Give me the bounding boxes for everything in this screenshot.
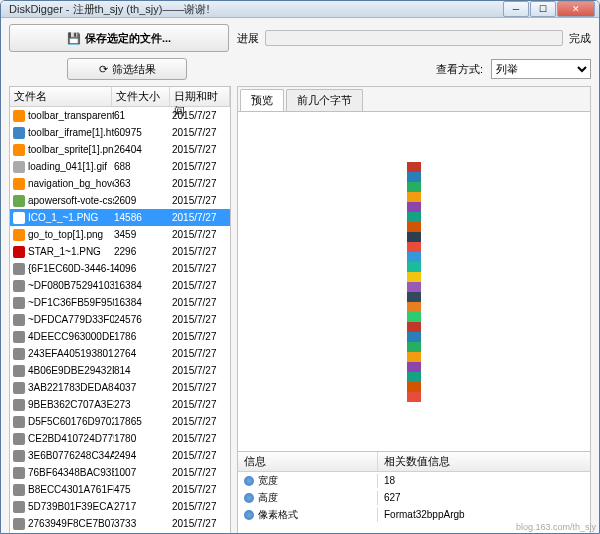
- file-size: 814: [114, 365, 172, 376]
- file-size: 17865: [114, 416, 172, 427]
- file-date: 2015/7/27: [172, 161, 230, 172]
- file-icon: [12, 262, 26, 276]
- file-size: 2494: [114, 450, 172, 461]
- filter-results-button[interactable]: ⟳ 筛选结果: [67, 58, 187, 80]
- table-row[interactable]: toolbar_iframe[1].htm609752015/7/27: [10, 124, 230, 141]
- table-row[interactable]: 243EFA405193801F10...27642015/7/27: [10, 345, 230, 362]
- file-icon: [12, 211, 26, 225]
- progress-bar: [265, 30, 563, 46]
- table-row[interactable]: loading_041[1].gif6882015/7/27: [10, 158, 230, 175]
- file-icon: [12, 466, 26, 480]
- file-icon: [12, 109, 26, 123]
- file-size: 1780: [114, 433, 172, 444]
- file-name: ~DFDCA779D33F0410...: [28, 314, 114, 325]
- file-icon: [12, 398, 26, 412]
- file-name: ~DF1C36FB59F958C3...: [28, 297, 114, 308]
- file-icon: [12, 517, 26, 531]
- file-icon: [12, 347, 26, 361]
- progress-area: 进展 完成: [237, 30, 591, 46]
- watermark: blog.163.com/th_sjy: [516, 522, 596, 532]
- table-row[interactable]: ~DFDCA779D33F0410...245762015/7/27: [10, 311, 230, 328]
- file-date: 2015/7/27: [172, 467, 230, 478]
- tab-preview[interactable]: 预览: [240, 89, 284, 111]
- file-date: 2015/7/27: [172, 110, 230, 121]
- view-mode-select[interactable]: 列举: [491, 59, 591, 79]
- file-name: 3AB221783DEDA8FD9...: [28, 382, 114, 393]
- file-size: 475: [114, 484, 172, 495]
- minimize-button[interactable]: ─: [503, 1, 529, 17]
- file-list[interactable]: toolbar_transparent[1...612015/7/27toolb…: [10, 107, 230, 534]
- file-size: 26404: [114, 144, 172, 155]
- col-header-date[interactable]: 日期和时间: [170, 87, 230, 106]
- file-size: 363: [114, 178, 172, 189]
- file-icon: [12, 194, 26, 208]
- col-header-size[interactable]: 文件大小: [112, 87, 170, 106]
- file-date: 2015/7/27: [172, 331, 230, 342]
- file-size: 1786: [114, 331, 172, 342]
- table-row[interactable]: 3E6B0776248C34AEE1...24942015/7/27: [10, 447, 230, 464]
- file-icon: [12, 296, 26, 310]
- table-row[interactable]: 2763949F8CE7B07CB...37332015/7/27: [10, 515, 230, 532]
- file-size: 688: [114, 161, 172, 172]
- gear-icon: [244, 493, 254, 503]
- file-name: 4B06E9DBE29432E326...: [28, 365, 114, 376]
- table-row[interactable]: toolbar_sprite[1].png264042015/7/27: [10, 141, 230, 158]
- file-name: CE2BD410724D775EB...: [28, 433, 114, 444]
- info-row: 高度627: [238, 489, 590, 506]
- save-selected-button[interactable]: 💾 保存选定的文件...: [9, 24, 229, 52]
- table-row[interactable]: toolbar_transparent[1...612015/7/27: [10, 107, 230, 124]
- file-date: 2015/7/27: [172, 195, 230, 206]
- file-size: 1007: [114, 467, 172, 478]
- table-row[interactable]: navigation_bg_hover[...3632015/7/27: [10, 175, 230, 192]
- file-size: 4037: [114, 382, 172, 393]
- table-row[interactable]: 4B06E9DBE29432E326...8142015/7/27: [10, 362, 230, 379]
- close-button[interactable]: ✕: [557, 1, 595, 17]
- table-row[interactable]: 76BF64348BAC93B3CF...10072015/7/27: [10, 464, 230, 481]
- table-row[interactable]: B8ECC4301A761FD32...4752015/7/27: [10, 481, 230, 498]
- file-icon: [12, 313, 26, 327]
- col-header-name[interactable]: 文件名: [10, 87, 112, 106]
- file-date: 2015/7/27: [172, 229, 230, 240]
- file-date: 2015/7/27: [172, 314, 230, 325]
- table-row[interactable]: ~DF1C36FB59F958C3...163842015/7/27: [10, 294, 230, 311]
- file-name: ICO_1_~1.PNG: [28, 212, 114, 223]
- table-row[interactable]: 5D739B01F39ECA76A...27172015/7/27: [10, 498, 230, 515]
- table-row[interactable]: STAR_1~1.PNG22962015/7/27: [10, 243, 230, 260]
- content-area: 💾 保存选定的文件... 进展 完成 ⟳ 筛选结果 查看方式: 列举: [1, 18, 599, 534]
- file-name: 4DEECC963000DE6E...: [28, 331, 114, 342]
- window-controls: ─ ☐ ✕: [503, 1, 595, 17]
- gear-icon: [244, 510, 254, 520]
- file-name: apowersoft-vote-css[...: [28, 195, 114, 206]
- file-icon: [12, 126, 26, 140]
- table-row[interactable]: 3AB221783DEDA8FD9...40372015/7/27: [10, 379, 230, 396]
- table-row[interactable]: D5F5C60176D9702E3...178652015/7/27: [10, 413, 230, 430]
- file-name: D5F5C60176D9702E3...: [28, 416, 114, 427]
- titlebar[interactable]: DiskDigger - 注册th_sjy (th_sjy)——谢谢! ─ ☐ …: [1, 1, 599, 18]
- file-size: 61: [114, 110, 172, 121]
- table-row[interactable]: go_to_top[1].png34592015/7/27: [10, 226, 230, 243]
- maximize-button[interactable]: ☐: [530, 1, 556, 17]
- file-size: 273: [114, 399, 172, 410]
- table-row[interactable]: ICO_1_~1.PNG145862015/7/27: [10, 209, 230, 226]
- file-icon: [12, 449, 26, 463]
- table-row[interactable]: 9BEB362C707A3E300...2732015/7/27: [10, 396, 230, 413]
- file-size: 16384: [114, 297, 172, 308]
- table-row[interactable]: CE2BD410724D775EB...17802015/7/27: [10, 430, 230, 447]
- file-name: loading_041[1].gif: [28, 161, 114, 172]
- info-col-value: 相关数值信息: [378, 452, 590, 471]
- file-icon: [12, 177, 26, 191]
- app-window: DiskDigger - 注册th_sjy (th_sjy)——谢谢! ─ ☐ …: [0, 0, 600, 534]
- info-label: 像素格式: [238, 508, 378, 522]
- table-row[interactable]: ~DF080B75294103641...163842015/7/27: [10, 277, 230, 294]
- info-row: 像素格式Format32bppArgb: [238, 506, 590, 523]
- file-icon: [12, 381, 26, 395]
- file-date: 2015/7/27: [172, 178, 230, 189]
- file-name: 5D739B01F39ECA76A...: [28, 501, 114, 512]
- table-row[interactable]: apowersoft-vote-css[...26092015/7/27: [10, 192, 230, 209]
- tab-bytes[interactable]: 前几个字节: [286, 89, 363, 111]
- file-icon: [12, 432, 26, 446]
- info-value: Format32bppArgb: [378, 509, 590, 520]
- table-row[interactable]: 4DEECC963000DE6E...17862015/7/27: [10, 328, 230, 345]
- table-row[interactable]: {6F1EC60D-3446-11E...40962015/7/27: [10, 260, 230, 277]
- file-date: 2015/7/27: [172, 484, 230, 495]
